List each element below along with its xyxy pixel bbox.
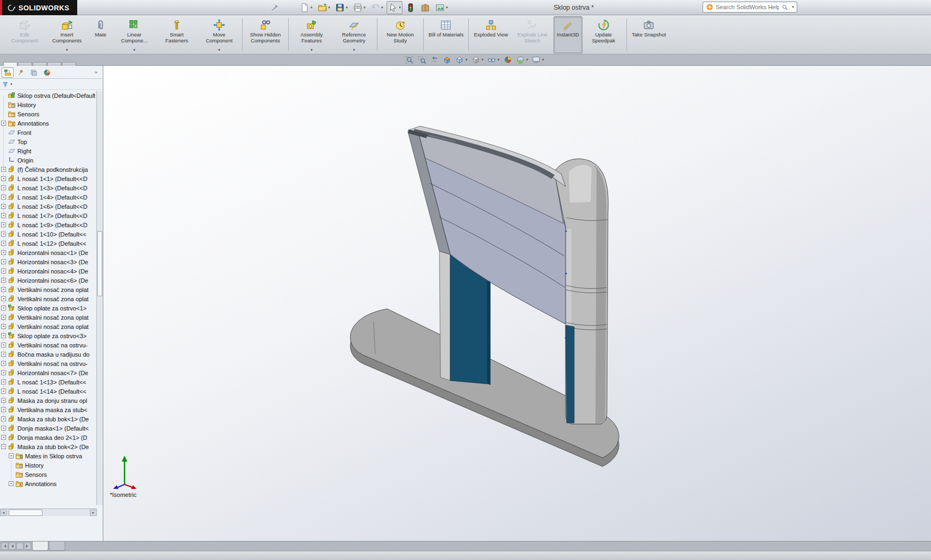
quick-access-button[interactable] (419, 1, 432, 14)
tree-item[interactable]: History (0, 100, 97, 109)
scroll-left-icon[interactable]: ◄ (0, 509, 7, 516)
tree-item[interactable]: + Donja maska deo 2<1> (D (0, 433, 97, 442)
expander-icon[interactable]: + (1, 241, 6, 246)
dropdown-caret-icon[interactable]: ▾ (311, 5, 313, 10)
tab-nav-button[interactable] (9, 543, 16, 550)
document-window-icon[interactable] (803, 56, 810, 63)
expander-icon[interactable]: + (1, 324, 6, 329)
expander-icon[interactable]: + (1, 232, 6, 237)
tree-item[interactable]: + L nosač 1<6> (Default<<D (0, 202, 97, 211)
dropdown-caret-icon[interactable]: ▾ (311, 48, 313, 52)
view-tool-button[interactable] (430, 55, 439, 64)
dropdown-caret-icon[interactable]: ▾ (353, 48, 355, 52)
document-tab[interactable] (49, 542, 65, 551)
ribbon-button[interactable]: Mate (88, 16, 113, 53)
view-tool-button[interactable]: ▾ (532, 55, 544, 64)
tree-item[interactable]: + Maska za stub bok<1> (De (0, 414, 97, 424)
quick-access-button[interactable]: ▾ (351, 1, 368, 14)
search-icon[interactable] (781, 4, 789, 11)
window-control-icon[interactable] (907, 2, 915, 10)
view-tool-button[interactable] (405, 55, 414, 64)
dropdown-caret-icon[interactable]: ▾ (328, 5, 331, 10)
tree-item[interactable]: Front (0, 128, 97, 137)
ribbon-button[interactable]: Exploded View (470, 16, 511, 53)
panel-tab[interactable] (2, 67, 14, 78)
tree-item[interactable]: Origin (0, 155, 97, 165)
document-window-icon[interactable] (816, 56, 823, 63)
window-control-icon[interactable] (920, 2, 928, 10)
tree-item[interactable]: + Horizontalni nosac<1> (De (0, 248, 97, 257)
tree-item[interactable]: Sensors (0, 109, 97, 119)
expander-icon[interactable]: + (1, 259, 6, 264)
dropdown-caret-icon[interactable]: ▾ (346, 5, 348, 10)
tree-item[interactable]: + Bočna maska u radijusu do (0, 350, 97, 359)
tree-item[interactable]: Right (0, 146, 97, 155)
expander-icon[interactable]: + (1, 306, 6, 310)
tree-item[interactable]: + Vertikalni nosač zona oplat (0, 313, 97, 322)
quick-access-button[interactable]: ▾ (316, 1, 332, 14)
expander-icon[interactable]: + (9, 481, 14, 486)
ribbon-button[interactable]: Edit Component (3, 16, 46, 53)
expander-icon[interactable]: + (1, 167, 6, 172)
expander-icon[interactable]: + (1, 269, 6, 273)
scroll-right-icon[interactable]: ► (90, 509, 97, 516)
tree-item[interactable]: + Vertikalni nosač zona oplat (0, 285, 97, 294)
expander-icon[interactable]: − (1, 444, 6, 449)
command-tab[interactable] (3, 62, 17, 66)
tree-item[interactable]: History (8, 461, 97, 470)
quick-access-button[interactable]: ▾ (387, 1, 403, 14)
tree-item[interactable]: Top (0, 137, 97, 146)
view-tool-button[interactable] (504, 55, 512, 64)
expander-icon[interactable]: + (1, 361, 6, 366)
document-window-icon[interactable] (842, 56, 849, 63)
dropdown-caret-icon[interactable]: ▾ (446, 5, 448, 10)
dropdown-caret-icon[interactable]: ▾ (218, 48, 220, 52)
tree-item[interactable]: + Horizontalni nosac<4> (De (0, 266, 97, 276)
expander-icon[interactable]: + (1, 121, 6, 126)
dropdown-caret-icon[interactable]: ▾ (133, 48, 135, 52)
tree-horizontal-scrollbar[interactable]: ◄ ► (0, 508, 97, 516)
command-tab[interactable] (62, 62, 76, 66)
view-tool-button[interactable]: ▾ (487, 55, 500, 64)
expander-icon[interactable]: + (1, 389, 6, 394)
ribbon-button[interactable]: Assembly Features ▾ (290, 16, 333, 53)
expander-icon[interactable]: + (1, 435, 6, 440)
pin-menu-icon[interactable] (271, 3, 279, 11)
expander-icon[interactable]: + (1, 185, 6, 190)
expander-icon[interactable]: + (1, 416, 6, 421)
panel-tab[interactable] (28, 67, 40, 78)
tree-item[interactable]: + Annotations (0, 119, 97, 128)
tree-item[interactable]: + L nosač 1<14> (Default<< (0, 387, 97, 396)
assembly-3d-model[interactable] (103, 66, 931, 541)
view-tool-button[interactable]: ▾ (516, 55, 529, 64)
tree-item[interactable]: + L nosač 1<7> (Default<<D (0, 211, 97, 220)
ribbon-button[interactable]: Show Hidden Components (244, 16, 287, 53)
quick-access-button[interactable]: ▾ (369, 1, 385, 14)
command-tab[interactable] (47, 62, 61, 66)
document-window-icon[interactable] (829, 56, 836, 63)
ribbon-button[interactable]: Move Component ▾ (198, 16, 240, 53)
tree-item[interactable]: + Maska za donju stranu opl (0, 396, 97, 405)
filter-caret-icon[interactable]: ▾ (10, 82, 13, 86)
ribbon-button[interactable]: Linear Compone... ▾ (113, 16, 156, 53)
expander-icon[interactable]: + (1, 426, 6, 431)
ribbon-button[interactable]: Smart Fasteners (156, 16, 198, 53)
tree-item[interactable]: + Horizontalni nosac<6> (De (0, 276, 97, 285)
dropdown-caret-icon[interactable]: ▾ (482, 58, 484, 62)
ribbon-button[interactable]: Reference Geometry ▾ (333, 16, 375, 53)
command-tab[interactable] (33, 62, 47, 66)
tree-item[interactable]: + Sklop oplate za ostrvo<1> (0, 303, 97, 313)
help-search-box[interactable]: Search SolidWorks Help ▾ (703, 2, 797, 13)
expander-icon[interactable]: + (1, 278, 6, 283)
tree-item[interactable]: + Vertikalni nosač zona oplat (0, 294, 97, 303)
expander-icon[interactable]: + (1, 398, 6, 403)
expander-icon[interactable]: + (1, 296, 6, 301)
scrollbar-thumb[interactable] (97, 231, 102, 296)
ribbon-button[interactable]: Instant3D (554, 16, 582, 53)
tree-item[interactable]: Sensors (8, 470, 97, 479)
panel-tab[interactable] (41, 67, 53, 78)
quick-access-button[interactable]: ▾ (433, 1, 450, 14)
tree-item[interactable]: + L nosač 1<1> (Default<<D (0, 174, 97, 183)
view-tool-button[interactable]: ▾ (455, 55, 468, 64)
dropdown-caret-icon[interactable]: ▾ (399, 5, 401, 10)
